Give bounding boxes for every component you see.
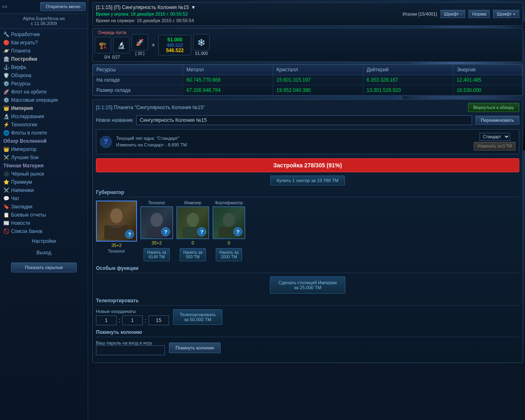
governor-label-fortifier: Фортификатор <box>215 201 243 205</box>
sidebar-item-news[interactable]: 📰Новости <box>0 219 88 227</box>
sidebar-item-black-market[interactable]: 🌑Чёрный рынок <box>0 170 88 178</box>
sidebar-item-mercenaries[interactable]: ⚔️Наёмники <box>0 186 88 194</box>
coord-1-input[interactable] <box>96 315 116 325</box>
gov-fortifier-question[interactable]: ? <box>233 227 242 236</box>
gov-engineer-question[interactable]: ? <box>197 227 206 236</box>
server-time: Время на сервере: 18 декабря 2015 г. 00:… <box>96 18 196 23</box>
top-bar-right: Игроки [15/4001] Шрифт - Норма Шрифт + <box>403 10 520 18</box>
coords-label: Новые координаты <box>96 309 169 314</box>
rename-button[interactable]: Переименовать <box>475 116 519 125</box>
governor-portrait-technolog: ? <box>140 206 173 239</box>
build-queue-icon[interactable]: 🏗️ <box>95 37 111 53</box>
sidebar-item-mass-ops[interactable]: ⚙️Массовые операции <box>0 96 88 104</box>
gov-technolog-question[interactable]: ? <box>161 227 170 236</box>
queue-label: Очередь пуста <box>98 30 126 35</box>
sidebar-item-best-battles[interactable]: ⚔️Лучшие бои <box>0 153 88 162</box>
hire-fortifier-button[interactable]: Нанять за2000 ТМ <box>216 248 242 261</box>
sidebar-item-defense[interactable]: 🛡️Оборона <box>0 71 88 80</box>
sidebar-item-settings[interactable]: Настройки <box>0 235 88 247</box>
top-bar: [1:1:15] (П) Сингулярность Колония №15 ▼… <box>92 2 523 26</box>
sidebar-item-developer[interactable]: 🔧Разработчик <box>0 30 88 39</box>
governor-portrait-active[interactable]: ? <box>96 201 137 242</box>
sidebar-item-planet[interactable]: 🪐Планета <box>0 47 88 55</box>
sidebar-item-exit[interactable]: Выход <box>0 247 88 258</box>
core-type-select[interactable]: Стандарт <box>479 133 510 141</box>
buy-sector-button[interactable]: Купить 1 сектор за 19.788 ТМ <box>270 176 345 185</box>
core-help-icon[interactable]: ? <box>100 136 112 148</box>
planet-coords-link[interactable]: [1:1:15] <box>96 105 112 110</box>
build-progress-bar: Застройка 278/305 (91%) <box>96 158 519 172</box>
resources-panel: Ресурсы Металл Кристалл Дейтерий Энергия… <box>92 64 523 96</box>
governor-portrait-fortifier: ? <box>212 206 245 239</box>
governor-card-fortifier: Фортификатор ? 0 Нанять за2000 ТМ <box>212 201 245 261</box>
crystal-value: 495.522 <box>167 43 183 48</box>
sidebar-header: << Откpепить меню <box>0 0 88 14</box>
table-row-warehouse: На складе 60.745.770.868 15.601.315.197 … <box>93 75 523 85</box>
energy-warehouse: 12.401.485 <box>453 75 523 85</box>
rename-input[interactable] <box>136 115 472 125</box>
deuterium-warehouse: 6.353.328.167 <box>363 75 453 85</box>
sidebar-item-galaxy-overview[interactable]: Обзор Вселенной <box>0 137 88 145</box>
sidebar-item-resources[interactable]: ⚙️Ресурсы <box>0 80 88 88</box>
governor-label-engineer: Инженер <box>184 201 201 205</box>
sidebar-item-chat[interactable]: 💬Чат <box>0 194 88 203</box>
font-minus-button[interactable]: Шрифт - <box>441 10 466 18</box>
leave-colony-button[interactable]: Покинуть колонию <box>169 342 221 353</box>
user-time: Время у игрока: 18 декабря 2015 г. 00:55… <box>96 11 196 17</box>
sidebar-item-bookmarks[interactable]: 🔖Закладки <box>0 203 88 211</box>
make-capital-button[interactable]: Сделать столицей Империи за 25.000 ТМ <box>270 276 346 294</box>
password-label: Ваш пароль на вход в игру <box>96 340 165 345</box>
players-badge: Игроки [15/4001] <box>403 11 437 16</box>
governor-row: ? 35+2 Технолог Технолог ? 35+2 <box>96 201 519 261</box>
plus-icon: + <box>151 41 155 49</box>
hire-technolog-button[interactable]: Нанять за6149 ТМ <box>144 248 170 261</box>
coord-2-input[interactable] <box>122 315 143 325</box>
sidebar-item-premium[interactable]: ⭐Премиум <box>0 178 88 186</box>
resources-table: Ресурсы Металл Кристалл Дейтерий Энергия… <box>93 64 523 96</box>
coord-3-input[interactable] <box>148 315 169 325</box>
teleport-header: Телепортировать <box>96 298 519 306</box>
ship-icon[interactable]: 🚀 <box>132 34 148 50</box>
menu-toggle-button[interactable]: Откpепить меню <box>40 2 86 11</box>
sidebar-item-buildings[interactable]: 🏛️Постройки <box>0 55 88 63</box>
col-header-deuterium: Дейтерий <box>363 65 453 75</box>
core-change-label: Изменить на Стандарт - 8.895 ТМ <box>116 142 470 148</box>
sidebar-item-ban-list[interactable]: 🚫Список банов <box>0 227 88 235</box>
metal-crystal-values: 51.000 495.522 546.522 <box>158 35 191 55</box>
font-normal-button[interactable]: Норма <box>468 10 490 18</box>
row-label-warehouse: На складе <box>93 75 183 85</box>
sidebar-item-empire[interactable]: 👑Империя <box>0 104 88 112</box>
coord-sep-1: : <box>119 317 120 324</box>
sidebar-collapse-button[interactable]: << <box>2 4 7 9</box>
show-hidden-button[interactable]: Показать скрытые <box>11 262 77 272</box>
teleport-button[interactable]: Телепортировать за 50.000 ТМ <box>173 309 222 325</box>
sidebar-item-how-to-play[interactable]: 🔴Как играть? <box>0 39 88 47</box>
teleport-row: Новые координаты : : Телепортировать за … <box>96 309 519 325</box>
special-functions: Особые функции Сделать столицей Империи … <box>96 265 519 294</box>
sidebar-item-battle-reports[interactable]: 📋Боевые отчеты <box>0 211 88 219</box>
sidebar-username: Alpha.SuperNova.ws <box>2 16 85 21</box>
ship-count: [ 20 ] <box>135 51 144 56</box>
font-plus-button[interactable]: Шрифт + <box>493 10 519 18</box>
teleport-section: Телепортировать Новые координаты : : Тел… <box>96 298 519 325</box>
sidebar-item-shipyard[interactable]: ⚓Верфь <box>0 63 88 71</box>
teleport-coords: : : <box>96 315 169 325</box>
sidebar-item-technology[interactable]: ⚡Технологии <box>0 121 88 129</box>
sidebar-item-research[interactable]: 🔬Исследования <box>0 112 88 121</box>
governor-question-badge[interactable]: ? <box>125 230 134 239</box>
sidebar-item-dark-matter[interactable]: Тёмная Материя <box>0 162 88 170</box>
research-queue-icon[interactable]: 🔬 <box>113 37 130 53</box>
core-actions: Стандарт Изменить за 0 ТМ <box>474 133 516 151</box>
metal-warehouse: 60.745.770.868 <box>183 75 273 85</box>
return-button[interactable]: Вернуться к обзору <box>468 103 519 112</box>
governor-card-engineer: Инженер ? 0 Нанять за500 ТМ <box>176 201 209 261</box>
leave-colony-section: Покинуть колонию Ваш пароль на вход в иг… <box>96 329 519 355</box>
dropdown-icon[interactable]: ▼ <box>191 5 196 10</box>
sidebar-item-emperor[interactable]: 👑Император <box>0 145 88 153</box>
sidebar-item-fleet-orbit[interactable]: 🚀Флот на орбите <box>0 88 88 96</box>
sidebar-user-info: Alpha.SuperNova.ws с 11.06.2009 <box>0 14 88 29</box>
hire-engineer-button[interactable]: Нанять за500 ТМ <box>180 248 206 261</box>
sidebar-item-fleets-flight[interactable]: 🌐Флоты в полете <box>0 129 88 137</box>
col-header-metal: Металл <box>183 65 273 75</box>
password-input[interactable] <box>96 345 165 355</box>
